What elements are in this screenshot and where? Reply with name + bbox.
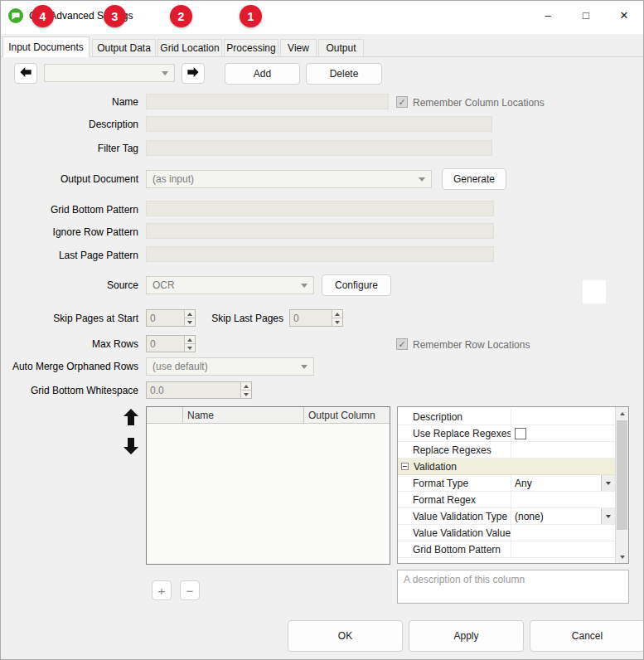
column-property-grid[interactable]: Description Use Replace Regexes Replace … <box>397 406 629 564</box>
property-row-grid-bottom-pattern[interactable]: Grid Bottom Pattern <box>398 541 615 558</box>
scroll-up-icon[interactable] <box>616 407 628 420</box>
output-document-label: Output Document <box>1 173 138 185</box>
remember-row-locations-label: Remember Row Locations <box>413 339 530 351</box>
property-row-value-validation-type[interactable]: Value Validation Type (none) <box>398 508 615 525</box>
source-combobox[interactable]: OCR <box>146 276 314 294</box>
columns-table-header: Name Output Column <box>147 407 390 424</box>
add-column-button[interactable]: + <box>152 580 172 600</box>
arrow-left-icon <box>19 66 32 81</box>
ok-button[interactable]: OK <box>288 620 403 652</box>
add-button[interactable]: Add <box>225 63 300 85</box>
tab-grid-location[interactable]: Grid Location <box>157 39 222 56</box>
tab-page-border <box>1 56 643 57</box>
grid-bottom-whitespace-value: 0.0 <box>147 382 240 398</box>
column-description-box[interactable]: A description of this column <box>397 570 629 604</box>
remember-row-locations-checkbox[interactable] <box>396 338 408 350</box>
skip-last-pages-value: 0 <box>290 310 332 326</box>
auto-merge-orphaned-rows-label: Auto Merge Orphaned Rows <box>1 361 138 372</box>
columns-table[interactable]: Name Output Column <box>146 406 390 565</box>
minimize-button[interactable]: – <box>529 1 567 29</box>
property-row-replace-regexes[interactable]: Replace Regexes <box>398 442 615 459</box>
chevron-down-icon <box>301 365 307 369</box>
move-column-up-button[interactable] <box>120 407 142 429</box>
grid-bottom-whitespace-label: Grid Bottom Whitespace <box>1 385 138 396</box>
output-document-combobox[interactable]: (as input) <box>146 170 432 188</box>
column-header-name[interactable]: Name <box>183 407 304 423</box>
last-page-pattern-input[interactable] <box>146 246 494 262</box>
tab-view[interactable]: View <box>280 39 317 56</box>
apply-button[interactable]: Apply <box>409 620 524 652</box>
configure-button[interactable]: Configure <box>322 274 391 296</box>
collapse-icon[interactable] <box>401 463 409 470</box>
tab-output[interactable]: Output <box>318 39 364 56</box>
property-category-validation[interactable]: Validation <box>398 459 615 475</box>
spin-down-icon[interactable] <box>241 390 251 398</box>
remember-column-locations-label: Remember Column Locations <box>413 97 545 109</box>
scroll-down-icon[interactable] <box>616 551 628 563</box>
next-document-button[interactable] <box>182 63 205 84</box>
arrow-down-icon <box>121 436 141 459</box>
chevron-down-icon <box>606 482 611 485</box>
spin-up-icon[interactable] <box>185 336 195 343</box>
spin-down-icon[interactable] <box>185 343 195 352</box>
grid-bottom-pattern-label: Grid Bottom Pattern <box>1 204 138 216</box>
property-row-description[interactable]: Description <box>398 409 615 425</box>
delete-button[interactable]: Delete <box>306 63 382 85</box>
spin-up-icon[interactable] <box>241 382 251 390</box>
ignore-row-pattern-input[interactable] <box>146 223 494 239</box>
close-button[interactable]: ✕ <box>605 1 643 29</box>
description-input[interactable] <box>146 116 492 132</box>
grid-bottom-pattern-input[interactable] <box>146 201 494 216</box>
cancel-button[interactable]: Cancel <box>530 620 644 652</box>
max-rows-value: 0 <box>147 336 184 352</box>
output-document-value: (as input) <box>153 173 194 185</box>
previous-document-button[interactable] <box>14 63 37 84</box>
name-input[interactable] <box>146 94 389 109</box>
annotation-badge-1: 1 <box>240 5 262 27</box>
property-grid-scrollbar[interactable] <box>615 407 628 563</box>
column-header-output-column[interactable]: Output Column <box>304 407 390 423</box>
annotation-badge-3: 3 <box>104 5 126 27</box>
scrollbar-thumb[interactable] <box>617 420 627 530</box>
source-label: Source <box>1 279 138 291</box>
maximize-button[interactable]: □ <box>567 1 605 29</box>
skip-pages-at-start-value: 0 <box>147 310 184 326</box>
property-row-format-type[interactable]: Format Type Any <box>398 475 615 492</box>
arrow-up-icon <box>121 407 141 429</box>
generate-button[interactable]: Generate <box>442 168 506 190</box>
ignore-row-pattern-label: Ignore Row Pattern <box>1 226 138 238</box>
annotation-badge-4: 4 <box>31 5 54 27</box>
skip-pages-at-start-stepper[interactable]: 0 <box>146 309 196 327</box>
filter-tag-input[interactable] <box>146 140 492 156</box>
last-page-pattern-label: Last Page Pattern <box>1 250 138 261</box>
property-row-value-validation-value[interactable]: Value Validation Value <box>398 525 615 541</box>
tab-output-data[interactable]: Output Data <box>92 39 156 56</box>
tab-input-documents[interactable]: Input Documents <box>2 36 90 57</box>
skip-pages-at-start-label: Skip Pages at Start <box>1 313 138 324</box>
spin-down-icon[interactable] <box>332 318 342 326</box>
annotation-badge-2: 2 <box>170 5 192 27</box>
grid-bottom-whitespace-stepper[interactable]: 0.0 <box>146 381 252 399</box>
property-row-use-replace-regexes[interactable]: Use Replace Regexes <box>398 425 615 442</box>
source-value: OCR <box>153 279 175 291</box>
max-rows-label: Max Rows <box>1 338 138 350</box>
remove-column-button[interactable]: − <box>180 580 200 600</box>
dropdown-button[interactable] <box>601 475 615 491</box>
document-selector-combobox[interactable] <box>44 64 175 82</box>
skip-last-pages-label: Skip Last Pages <box>191 313 283 324</box>
chevron-down-icon <box>606 515 611 518</box>
white-artifact-patch <box>583 280 606 303</box>
move-column-down-button[interactable] <box>120 436 142 458</box>
remember-column-locations-checkbox[interactable] <box>396 96 408 108</box>
dropdown-button[interactable] <box>601 508 615 524</box>
property-row-format-regex[interactable]: Format Regex <box>398 492 615 508</box>
name-label: Name <box>1 96 138 108</box>
max-rows-stepper[interactable]: 0 <box>146 335 196 352</box>
spin-up-icon[interactable] <box>332 310 342 318</box>
auto-merge-orphaned-rows-combobox[interactable]: (use default) <box>146 357 314 376</box>
use-replace-regexes-checkbox[interactable] <box>515 428 526 439</box>
chevron-down-icon <box>301 284 307 288</box>
tab-processing[interactable]: Processing <box>224 39 278 56</box>
filter-tag-label: Filter Tag <box>1 143 138 154</box>
skip-last-pages-stepper[interactable]: 0 <box>289 309 343 327</box>
